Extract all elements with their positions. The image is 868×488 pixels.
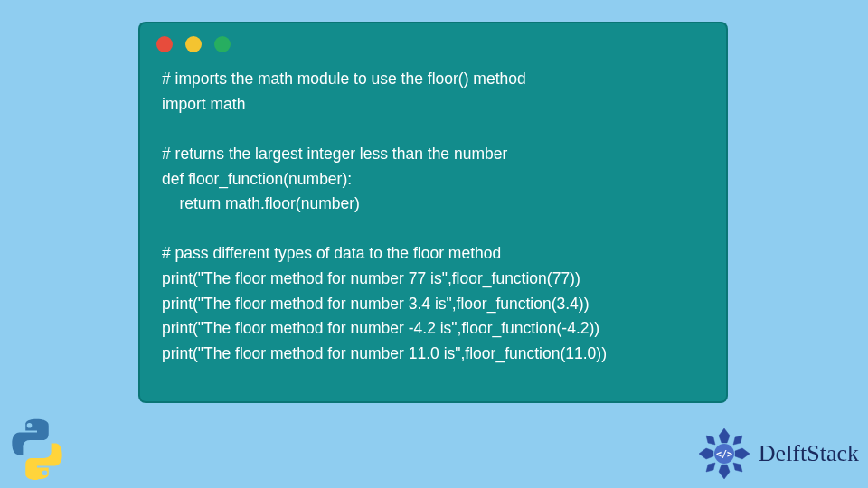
python-logo-icon xyxy=(2,414,72,488)
window-controls xyxy=(140,23,726,52)
code-window: # imports the math module to use the flo… xyxy=(140,23,726,401)
brand-name: DelftStack xyxy=(759,440,859,467)
code-content: # imports the math module to use the flo… xyxy=(140,52,726,381)
delft-logo-icon: </> xyxy=(695,425,753,483)
close-dot-icon xyxy=(156,36,173,52)
minimize-dot-icon xyxy=(185,36,202,52)
maximize-dot-icon xyxy=(214,36,231,52)
svg-text:</>: </> xyxy=(716,449,732,459)
delft-brand: </> DelftStack xyxy=(695,425,859,483)
